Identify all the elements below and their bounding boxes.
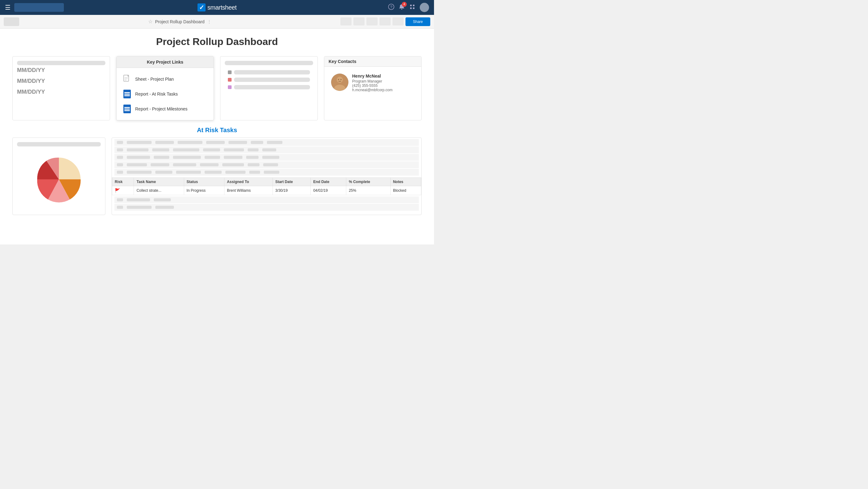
at-risk-table-widget: Risk Task Name Status Assigned To Start … <box>112 138 422 215</box>
chart-bar-row-2 <box>228 78 310 82</box>
col-end-date: End Date <box>311 178 346 186</box>
logo-text: smartsheet <box>207 4 237 11</box>
svg-rect-5 <box>410 7 412 9</box>
document-title-bar: ☆ Project Rollup Dashboard ⋮ <box>22 19 338 25</box>
col-status: Status <box>184 178 224 186</box>
cell-pct-complete: 25% <box>346 186 390 195</box>
sheet-project-plan-label: Sheet - Project Plan <box>135 77 174 82</box>
key-project-links-body: Sheet - Project Plan Report - At Risk Ta… <box>117 68 214 120</box>
col-start-date: Start Date <box>273 178 311 186</box>
sub-navigation: ☆ Project Rollup Dashboard ⋮ Share <box>0 15 434 29</box>
svg-text:?: ? <box>390 5 392 9</box>
key-project-links-header: Key Project Links <box>117 56 214 68</box>
svg-rect-4 <box>413 5 414 6</box>
action-btn-5[interactable] <box>393 18 404 25</box>
placeholder-row-1 <box>114 139 419 146</box>
col-assigned-to: Assigned To <box>224 178 273 186</box>
more-options-icon[interactable]: ⋮ <box>207 19 211 24</box>
share-button[interactable]: Share <box>405 18 430 26</box>
table-placeholder-rows <box>112 138 421 177</box>
notifications-icon[interactable]: 4 <box>399 4 405 11</box>
search-bar[interactable] <box>14 3 64 12</box>
nav-right-icons: ? 4 <box>388 3 429 12</box>
logo-checkmark: ✓ <box>197 3 206 11</box>
chart-bar-row-1 <box>228 70 310 75</box>
svg-point-14 <box>338 79 339 80</box>
placeholder-row-6 <box>114 196 419 203</box>
hamburger-menu-icon[interactable]: ☰ <box>5 4 10 11</box>
pie-chart-widget <box>12 138 105 215</box>
bottom-grid: Risk Task Name Status Assigned To Start … <box>12 138 422 215</box>
svg-point-15 <box>341 79 342 80</box>
svg-point-2 <box>401 9 402 10</box>
main-content: Project Rollup Dashboard MM/DD/YY MM/DD/… <box>0 29 434 244</box>
contact-info: Henry McNeal Program Manager (425) 355-5… <box>352 74 414 92</box>
key-contacts-header: Key Contacts <box>324 56 421 67</box>
at-risk-title: At Risk Tasks <box>12 126 422 134</box>
chart-header-placeholder <box>225 61 313 65</box>
chart-bar-row-3 <box>228 85 310 89</box>
pie-chart-svg <box>34 154 84 204</box>
contact-phone: (425) 355-5555 <box>352 83 414 88</box>
svg-rect-6 <box>413 7 414 9</box>
action-btn-4[interactable] <box>379 18 391 25</box>
key-contacts-widget: Key Contacts <box>324 56 422 120</box>
chart-bar-1 <box>234 70 310 75</box>
table-row: 🚩 Collect strate... In Progress Brent Wi… <box>112 186 421 195</box>
back-button[interactable] <box>4 18 19 26</box>
cell-notes: Blocked <box>390 186 421 195</box>
contact-avatar <box>331 74 348 91</box>
chart-bar-2 <box>234 78 310 82</box>
action-btn-1[interactable] <box>340 18 351 25</box>
report-milestones-label: Report - Project Milestones <box>135 107 188 111</box>
date-2: MM/DD/YY <box>17 78 105 84</box>
col-notes: Notes <box>390 178 421 186</box>
report-at-risk-icon <box>123 89 131 99</box>
cell-risk: 🚩 <box>112 186 134 195</box>
flag-icon: 🚩 <box>115 188 120 193</box>
top-dashboard-grid: MM/DD/YY MM/DD/YY MM/DD/YY Key Project L… <box>12 56 422 120</box>
contact-title: Program Manager <box>352 79 414 83</box>
placeholder-row-5 <box>114 169 419 176</box>
chart-bar-3 <box>234 85 310 89</box>
at-risk-data-table: Risk Task Name Status Assigned To Start … <box>112 177 421 195</box>
key-project-links-widget: Key Project Links Sheet - Project Plan <box>116 56 214 120</box>
cell-task-name: Collect strate... <box>134 186 184 195</box>
help-icon[interactable]: ? <box>388 4 394 11</box>
svg-rect-3 <box>410 5 412 6</box>
col-task-name: Task Name <box>134 178 184 186</box>
at-risk-section: At Risk Tasks <box>12 126 422 215</box>
date-3: MM/DD/YY <box>17 89 105 95</box>
sub-nav-actions: Share <box>340 18 430 26</box>
chart-widget <box>220 56 318 120</box>
contact-name: Henry McNeal <box>352 74 414 79</box>
user-avatar[interactable] <box>420 3 429 12</box>
notification-badge: 4 <box>402 2 407 7</box>
action-btn-3[interactable] <box>366 18 378 25</box>
document-title: Project Rollup Dashboard <box>155 19 205 24</box>
col-pct-complete: % Complete <box>346 178 390 186</box>
grid-icon[interactable] <box>409 4 415 11</box>
col-risk: Risk <box>112 178 134 186</box>
link-item-sheet-project-plan[interactable]: Sheet - Project Plan <box>122 72 209 87</box>
table-header-row: Risk Task Name Status Assigned To Start … <box>112 178 421 186</box>
chart-dot-2 <box>228 78 231 82</box>
report-at-risk-label: Report - At Risk Tasks <box>135 91 178 96</box>
link-item-report-milestones[interactable]: Report - Project Milestones <box>122 102 209 116</box>
pie-container <box>17 148 101 210</box>
favorite-star-icon[interactable]: ☆ <box>148 19 153 25</box>
placeholder-row-7 <box>114 204 419 211</box>
contact-email: h.mcneal@mbfcorp.com <box>352 88 414 92</box>
dates-widget: MM/DD/YY MM/DD/YY MM/DD/YY <box>12 56 110 120</box>
cell-start-date: 3/30/19 <box>273 186 311 195</box>
cell-assigned: Brent Williams <box>224 186 273 195</box>
date-1: MM/DD/YY <box>17 67 105 74</box>
chart-dot-1 <box>228 70 231 74</box>
action-btn-2[interactable] <box>353 18 365 25</box>
app-logo: ✓ smartsheet <box>197 3 237 11</box>
cell-status: In Progress <box>184 186 224 195</box>
sheet-link-icon <box>123 74 131 84</box>
contact-item: Henry McNeal Program Manager (425) 355-5… <box>329 71 417 95</box>
placeholder-row-3 <box>114 154 419 161</box>
link-item-report-at-risk[interactable]: Report - At Risk Tasks <box>122 87 209 102</box>
